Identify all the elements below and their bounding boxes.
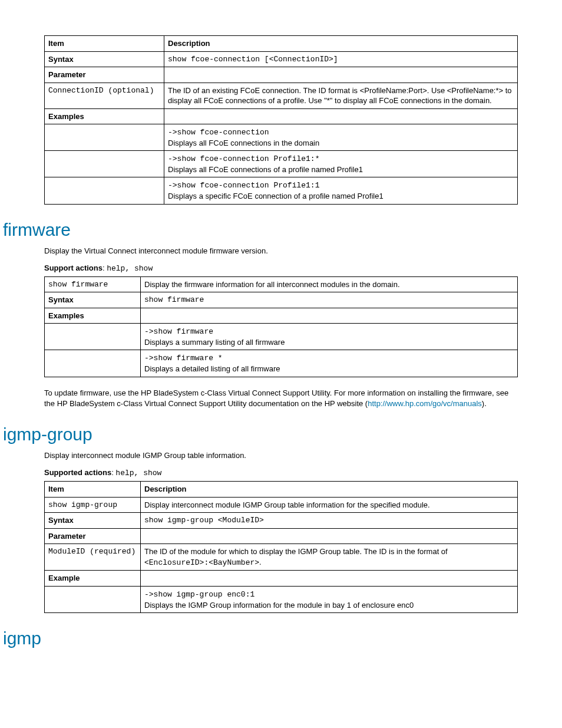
example-cell: ->show firmware * Displays a detailed li… bbox=[141, 350, 518, 377]
param-desc: The ID of the module for which to displa… bbox=[141, 544, 518, 571]
example-cell: ->show fcoe-connection Profile1:1 Displa… bbox=[164, 177, 518, 204]
param-desc-post: . bbox=[259, 558, 262, 566]
empty-cell bbox=[45, 151, 164, 177]
empty-cell bbox=[164, 67, 518, 83]
th-item: Item bbox=[45, 482, 141, 498]
support-actions-line: Support actions: help, show bbox=[44, 263, 518, 273]
cmd-name: show firmware bbox=[45, 276, 141, 292]
firmware-intro: Display the Virtual Connect interconnect… bbox=[44, 246, 518, 256]
igmp-group-table: Item Description show igmp-group Display… bbox=[44, 481, 518, 613]
after-text-2: ). bbox=[482, 399, 487, 408]
th-description: Description bbox=[141, 482, 518, 498]
ex-cmd: ->show fcoe-connection bbox=[168, 128, 269, 137]
ex-desc: Displays all FCoE connections of a profi… bbox=[168, 165, 363, 174]
manuals-link[interactable]: http://www.hp.com/go/vc/manuals bbox=[368, 399, 482, 408]
param-desc: The ID of an existing FCoE connection. T… bbox=[164, 83, 518, 108]
row-syntax-label: Syntax bbox=[45, 51, 164, 67]
empty-cell bbox=[141, 528, 518, 544]
firmware-table: show firmware Display the firmware infor… bbox=[44, 276, 518, 377]
supported-actions-line: Supported actions: help, show bbox=[44, 468, 518, 477]
support-value: help, show bbox=[115, 469, 161, 477]
row-parameter-label: Parameter bbox=[45, 67, 164, 83]
param-name: ConnectionID (optional) bbox=[45, 83, 164, 108]
empty-cell bbox=[164, 108, 518, 124]
ex-desc: Displays the IGMP Group information for … bbox=[144, 601, 414, 610]
empty-cell bbox=[141, 571, 518, 587]
firmware-after-text: To update firmware, use the HP BladeSyst… bbox=[44, 388, 518, 409]
ex-cmd: ->show firmware bbox=[144, 327, 213, 336]
empty-cell bbox=[45, 324, 141, 350]
igmp-group-heading: igmp-group bbox=[3, 424, 518, 444]
empty-cell bbox=[45, 586, 141, 612]
firmware-heading: firmware bbox=[3, 220, 518, 240]
empty-cell bbox=[45, 177, 164, 204]
support-label: Support actions bbox=[44, 263, 103, 272]
row-parameter-label: Parameter bbox=[45, 528, 141, 544]
example-cell: ->show firmware Displays a summary listi… bbox=[141, 324, 518, 350]
cmd-desc: Display interconnect module IGMP Group t… bbox=[141, 497, 518, 513]
ex-desc: Displays a specific FCoE connection of a… bbox=[168, 192, 384, 200]
igmp-heading: igmp bbox=[3, 628, 518, 648]
row-syntax-value: show firmware bbox=[141, 292, 518, 308]
row-example-label: Example bbox=[45, 571, 141, 587]
example-cell: ->show igmp-group enc0:1 Displays the IG… bbox=[141, 586, 518, 612]
empty-cell bbox=[45, 350, 141, 377]
param-name: ModuleID (required) bbox=[45, 544, 141, 571]
row-syntax-label: Syntax bbox=[45, 513, 141, 529]
support-value: help, show bbox=[107, 264, 153, 273]
row-syntax-label: Syntax bbox=[45, 292, 141, 308]
ex-cmd: ->show firmware * bbox=[144, 354, 223, 363]
row-syntax-value: show igmp-group <ModuleID> bbox=[141, 513, 518, 529]
igmp-group-intro: Display interconnect module IGMP Group t… bbox=[44, 450, 518, 461]
support-label: Supported actions bbox=[44, 468, 111, 477]
empty-cell bbox=[45, 124, 164, 151]
param-desc-pre: The ID of the module for which to displa… bbox=[144, 547, 448, 556]
cmd-name: show igmp-group bbox=[45, 497, 141, 513]
ex-desc: Displays all FCoE connections in the dom… bbox=[168, 139, 319, 147]
ex-cmd: ->show fcoe-connection Profile1:* bbox=[168, 154, 319, 163]
example-cell: ->show fcoe-connection Displays all FCoE… bbox=[164, 124, 518, 151]
cmd-desc: Display the firmware information for all… bbox=[141, 276, 518, 292]
fcoe-connection-table: Item Description Syntax show fcoe-connec… bbox=[44, 35, 518, 205]
ex-desc: Displays a summary listing of all firmwa… bbox=[144, 338, 285, 347]
ex-cmd: ->show fcoe-connection Profile1:1 bbox=[168, 181, 319, 190]
row-examples-label: Examples bbox=[45, 108, 164, 124]
empty-cell bbox=[141, 308, 518, 324]
row-syntax-value: show fcoe-connection [<ConnectionID>] bbox=[164, 51, 518, 67]
row-examples-label: Examples bbox=[45, 308, 141, 324]
ex-cmd: ->show igmp-group enc0:1 bbox=[144, 590, 254, 599]
th-item: Item bbox=[45, 36, 164, 52]
param-desc-code: <EnclosureID>:<BayNumber> bbox=[144, 558, 259, 567]
th-description: Description bbox=[164, 36, 518, 52]
ex-desc: Displays a detailed listing of all firmw… bbox=[144, 364, 280, 373]
example-cell: ->show fcoe-connection Profile1:* Displa… bbox=[164, 151, 518, 177]
